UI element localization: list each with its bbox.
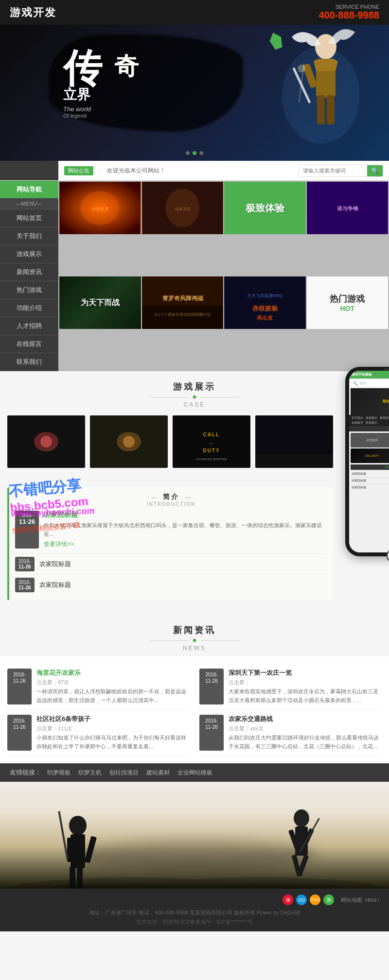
showcase-thumb-cod[interactable]: CALL of DUTY ADVANCED WARFARE <box>173 415 250 468</box>
sidebar-item-news[interactable]: 新闻资讯 <box>0 263 58 281</box>
showcase-phone-section: CALL of DUTY ADVANCED WARFARE 不错吧分享 bbs.… <box>0 413 389 615</box>
sidebar-item-about[interactable]: 关于我们 <box>0 227 58 245</box>
news-excerpt-right-0: 大家来给我实地感受下，深圳农庄全石为，雾霭阔大石山前三灵活灵大着村前那么多那个活… <box>229 688 382 705</box>
showcase-thumb-4[interactable] <box>255 415 333 468</box>
announce-text: 欢迎光临本公司网站！ <box>107 167 295 175</box>
dot-2[interactable] <box>193 151 196 155</box>
svg-rect-44 <box>58 811 68 860</box>
sidebar-nav: 网站导航 —MENU— 网站首页 关于我们 游戏展示 新闻资讯 热门游戏 功能介… <box>0 181 58 371</box>
sidebar-item-games[interactable]: 游戏展示 <box>0 245 58 263</box>
news-left-item-1: 2016- 11-26 社区社区6条带孩子 点击量：111次 小朋友们知道了什么… <box>7 710 190 756</box>
intro-link-0[interactable]: 查看详情>> <box>44 540 74 549</box>
main-content-area: 网站导航 —MENU— 网站首页 关于我们 游戏展示 新闻资讯 热门游戏 功能介… <box>0 181 389 371</box>
sidebar-item-features[interactable]: 功能介绍 <box>0 299 58 317</box>
social-rss[interactable]: RSS <box>310 894 320 905</box>
svg-text:青罗奇风降鸿福: 青罗奇风降鸿福 <box>162 295 203 302</box>
sidebar-item-message[interactable]: 在线留言 <box>0 335 58 353</box>
svg-text:天天飞车联赛PRO: 天天飞车联赛PRO <box>247 293 283 298</box>
announce-bar: 网站公告 ： 欢迎光临本公司网站！ 🔍 <box>58 161 389 180</box>
phone-nav-online[interactable]: 在线留言 <box>351 421 364 425</box>
news-excerpt-right-1: 从我们到农庄大约需要22路环境好行走传统，那么看看传统马达于水花园，有三三圈中心… <box>229 734 382 751</box>
showcase-title-en: CASE <box>0 401 389 408</box>
friend-link-2[interactable]: 创社找项目 <box>109 769 139 777</box>
svg-text:传奇世界: 传奇世界 <box>91 206 109 211</box>
news-link-left-0[interactable]: 海棠花开农家乐 <box>36 669 190 677</box>
phone-search-bar: 🔍 搜索 <box>351 380 389 387</box>
friend-link-3[interactable]: 建站素材 <box>146 769 170 777</box>
sidebar-item-contact[interactable]: 联系我们 <box>0 353 58 371</box>
svg-point-30 <box>123 436 135 447</box>
showcase-thumb-2[interactable] <box>90 415 168 468</box>
phone-nav-about[interactable]: 关于我们 <box>351 416 364 420</box>
social-qq[interactable]: QQ <box>296 894 307 905</box>
phone-number: 400-888-9988 <box>318 10 379 21</box>
hero-main-title: 传 <box>63 47 112 90</box>
sidebar-item-hot[interactable]: 热门游戏 <box>0 281 58 299</box>
footer-right-link-html[interactable]: Html / <box>365 894 379 905</box>
svg-rect-3 <box>317 95 325 124</box>
news-body-left-0: 海棠花开农家乐 点击量：97次 一杯清苦的茶，就让人浮想联翩他前前后的那一不在，… <box>36 669 190 705</box>
phone-screen: 通用手机模板 ☰ 🔍 搜索 寻找中的游戏 关于我们 游戏展示 新闻资讯 热门游戏 <box>349 371 389 552</box>
hero-dots <box>186 151 203 155</box>
sidebar-item-recruit[interactable]: 人才招聘 <box>0 317 58 335</box>
friend-link-1[interactable]: 织梦主机 <box>78 769 102 777</box>
phone-news-3: 农家院标题 <box>352 484 389 491</box>
social-weibo[interactable]: 微 <box>283 894 293 905</box>
news-link-left-1[interactable]: 社区社区6条带孩子 <box>36 715 190 723</box>
news-item-1: 2016- 11-26 农家院标题 <box>15 553 327 574</box>
phone-sub-tab: 游戏展示 <box>349 426 389 431</box>
social-wechat[interactable]: 微 <box>323 894 334 905</box>
phone-nav-news[interactable]: 新闻资讯 <box>379 416 389 420</box>
search-input[interactable] <box>299 166 367 175</box>
showcase-thumb-1[interactable] <box>7 415 85 468</box>
svg-rect-21 <box>225 276 305 329</box>
news-col-left: 2016- 11-26 海棠花开农家乐 点击量：97次 一杯清苦的茶，就让人浮想… <box>7 664 190 756</box>
svg-point-7 <box>298 65 305 72</box>
game-cell-fight[interactable]: 谁与争锋 <box>307 182 389 234</box>
hero-sub1: 奇 <box>114 54 139 78</box>
phone-game-1[interactable]: 成功案例 <box>351 433 389 447</box>
game-cell-hot[interactable]: 热门游戏 HOT <box>307 276 389 329</box>
game-cell-warrior[interactable]: 战将无双 <box>142 182 224 234</box>
dot-3[interactable] <box>199 151 203 155</box>
phone-hot-label: 热门游戏标题 <box>351 464 389 470</box>
friend-link-4[interactable]: 企业网站模板 <box>177 769 212 777</box>
phone-site-title: 通用手机模板 <box>352 372 372 377</box>
news-title-2[interactable]: 农家院标题 <box>39 581 71 589</box>
game-cell-battle[interactable]: 为天下而战 <box>59 276 141 329</box>
divider-diamond <box>193 395 196 399</box>
sidebar-menu-label: —MENU— <box>0 198 58 209</box>
news-link-right-0[interactable]: 深圳天下第一农庄一览 <box>229 669 382 677</box>
game-cell-thunder[interactable]: 天天飞车联赛PRO 赤枝披杨 再出发 <box>224 276 306 329</box>
intro-section-title: — 简介 — INTRODUCTION <box>15 492 327 507</box>
nav-announce-area: 网站公告 ： 欢迎光临本公司网站！ 🔍 <box>0 161 389 181</box>
phone-game-grid: 成功案例 成功案例 CALL DUTY 热门游戏标题 <box>351 433 389 463</box>
sidebar-item-home[interactable]: 网站首页 <box>0 209 58 227</box>
news-col-right: 2016- 11-26 深圳天下第一农庄一览 点击量： 大家来给我实地感受下，深… <box>199 664 382 756</box>
footer-right-link-map[interactable]: 网站地图 <box>341 894 362 905</box>
service-label: SERVICE PHONE <box>318 4 379 10</box>
dot-1[interactable] <box>186 151 190 155</box>
search-button[interactable]: 🔍 <box>367 165 383 176</box>
svg-text:DUTY: DUTY <box>203 448 220 453</box>
friend-link-0[interactable]: 织梦模板 <box>47 769 71 777</box>
svg-text:ADVANCED WARFARE: ADVANCED WARFARE <box>196 458 227 461</box>
friends-label: 友情链接： <box>10 768 41 777</box>
phone-nav-games[interactable]: 游戏展示 <box>365 416 378 420</box>
news-title-1[interactable]: 农家院标题 <box>39 560 71 568</box>
showcase-row-mid: — 简介 — INTRODUCTION 2016- 11-26 农家院标题 长岛… <box>7 487 333 600</box>
phone-news-2: 农家院标题 <box>352 478 389 484</box>
phone-game-3[interactable]: CALL DUTY <box>351 448 389 463</box>
phone-nav-contact[interactable]: 联系我们 <box>365 421 378 425</box>
divider-line-left <box>149 397 188 397</box>
phone-hero-area: 寻找中的游戏 <box>351 388 389 415</box>
news-right-item-1: 2016- 11-26 农家乐交通路线 点击量：xxx次 从我们到农庄大约需要2… <box>199 710 382 756</box>
hero-eng1: The world <box>63 105 139 113</box>
news-link-right-1[interactable]: 农家乐交通路线 <box>229 715 382 723</box>
news-body-right-1: 农家乐交通路线 点击量：xxx次 从我们到农庄大约需要22路环境好行走传统，那么… <box>229 715 382 751</box>
svg-point-38 <box>69 816 87 835</box>
game-cell-fantasy[interactable]: 传奇世界 <box>59 182 141 234</box>
news-divider-right <box>201 640 240 641</box>
game-cell-legend[interactable]: 青罗奇风降鸿福 6.2-7.7 首款全景光纸纸跟建行动 <box>142 276 224 329</box>
game-cell-green[interactable]: 极致体验 <box>224 182 306 234</box>
